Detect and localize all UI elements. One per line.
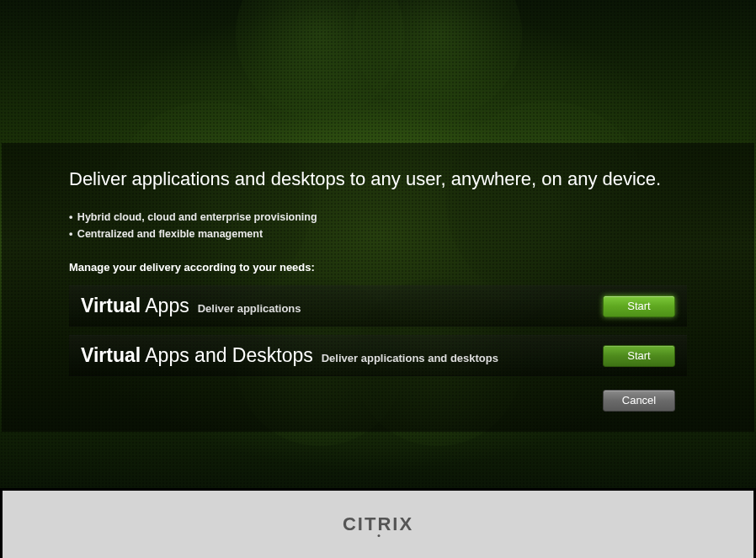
option-virtual-apps: Virtual Apps Deliver applications Start — [69, 285, 687, 327]
installer-background: Deliver applications and desktops to any… — [0, 0, 756, 488]
footer-bar: CITRIX — [3, 491, 753, 558]
option-virtual-apps-desktops: Virtual Apps and Desktops Deliver applic… — [69, 335, 687, 376]
option-title: Virtual Apps and Desktops — [81, 344, 313, 367]
option-description: Deliver applications and desktops — [322, 352, 498, 364]
headline-text: Deliver applications and desktops to any… — [69, 168, 687, 190]
bullet-item: Centralized and flexible management — [69, 226, 687, 242]
feature-bullets: Hybrid cloud, cloud and enterprise provi… — [69, 209, 687, 242]
option-title: Virtual Apps — [81, 295, 189, 317]
start-virtual-apps-desktops-button[interactable]: Start — [603, 345, 675, 367]
start-virtual-apps-button[interactable]: Start — [603, 295, 675, 317]
citrix-logo: CITRIX — [343, 513, 413, 535]
bullet-item: Hybrid cloud, cloud and enterprise provi… — [69, 209, 687, 226]
cancel-button[interactable]: Cancel — [603, 390, 675, 412]
option-description: Deliver applications — [198, 302, 301, 315]
manage-prompt: Manage your delivery according to your n… — [69, 261, 687, 274]
content-panel: Deliver applications and desktops to any… — [2, 143, 754, 432]
